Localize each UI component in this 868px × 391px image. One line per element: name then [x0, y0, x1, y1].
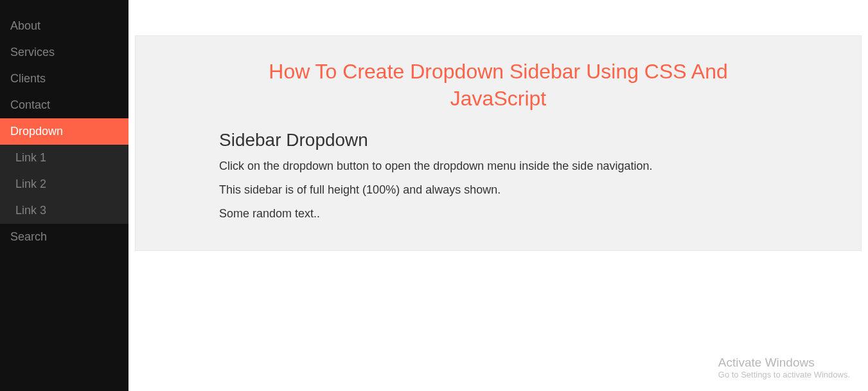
windows-activation-watermark: Activate Windows Go to Settings to activ…	[718, 356, 850, 379]
sidebar-item-clients[interactable]: Clients	[0, 66, 128, 92]
sidebar-dropdown-link-2[interactable]: Link 2	[5, 171, 128, 197]
sidebar-dropdown-container: Link 1 Link 2 Link 3	[0, 145, 128, 224]
sidebar-dropdown-button[interactable]: Dropdown	[0, 118, 128, 145]
paragraph-3: Some random text..	[219, 207, 777, 221]
content-card: How To Create Dropdown Sidebar Using CSS…	[135, 35, 862, 251]
paragraph-1: Click on the dropdown button to open the…	[219, 159, 777, 173]
main-content: How To Create Dropdown Sidebar Using CSS…	[128, 0, 868, 251]
sidebar-item-contact[interactable]: Contact	[0, 92, 128, 118]
paragraph-2: This sidebar is of full height (100%) an…	[219, 183, 777, 197]
page-title: How To Create Dropdown Sidebar Using CSS…	[219, 59, 777, 112]
sidebar-item-search[interactable]: Search	[0, 224, 128, 250]
sidebar-item-about[interactable]: About	[0, 13, 128, 39]
sidebar-item-services[interactable]: Services	[0, 39, 128, 66]
section-heading: Sidebar Dropdown	[219, 130, 777, 150]
sidebar-dropdown-link-1[interactable]: Link 1	[5, 145, 128, 171]
sidebar-nav: About Services Clients Contact Dropdown …	[0, 0, 128, 391]
sidebar-dropdown-link-3[interactable]: Link 3	[5, 197, 128, 224]
watermark-title: Activate Windows	[718, 356, 850, 370]
watermark-subtitle: Go to Settings to activate Windows.	[718, 370, 850, 379]
